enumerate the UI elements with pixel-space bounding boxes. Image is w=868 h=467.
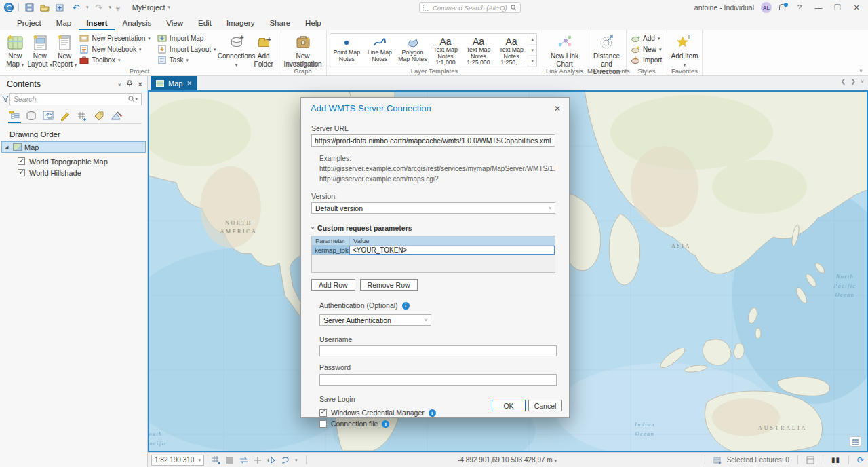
layer-visibility-checkbox[interactable] bbox=[18, 169, 25, 176]
maximize-button[interactable]: ❐ bbox=[831, 3, 844, 12]
avatar[interactable]: AL bbox=[761, 2, 772, 13]
tab-imagery[interactable]: Imagery bbox=[219, 17, 262, 30]
collapse-ribbon-icon[interactable]: ˅ bbox=[859, 68, 863, 74]
dialog-title-bar[interactable]: Add WMTS Server Connection ✕ bbox=[301, 98, 569, 116]
pane-menu-chevron-icon[interactable]: ˅ bbox=[118, 81, 121, 88]
point-map-notes-item[interactable]: Point Map Notes bbox=[330, 34, 363, 67]
layer-row-hillshade[interactable]: World Hillshade bbox=[0, 167, 147, 179]
tab-view[interactable]: View bbox=[159, 17, 191, 30]
redo-icon[interactable]: ↷ bbox=[94, 3, 104, 12]
list-by-labeling-tab[interactable] bbox=[93, 110, 106, 123]
dialog-close-icon[interactable]: ✕ bbox=[554, 104, 561, 113]
parameter-column-header[interactable]: Parameter bbox=[312, 236, 349, 245]
expand-collapse-icon[interactable]: ◢ bbox=[5, 145, 10, 150]
password-input[interactable] bbox=[319, 374, 557, 386]
cancel-button[interactable]: Cancel bbox=[528, 400, 562, 411]
layer-visibility-checkbox[interactable] bbox=[18, 157, 25, 165]
authentication-select[interactable]: Server Authentication ˅ bbox=[319, 314, 431, 326]
list-by-snapping-tab[interactable] bbox=[76, 110, 89, 123]
selected-features-count[interactable]: Selected Features: 0 bbox=[727, 456, 789, 464]
styles-new-button[interactable]: ✦ New▾ bbox=[631, 45, 662, 54]
styles-add-button[interactable]: ＋ Add▾ bbox=[631, 34, 662, 43]
version-select[interactable]: Default version ˅ bbox=[311, 202, 555, 214]
filter-icon[interactable] bbox=[2, 96, 9, 102]
notifications-icon[interactable] bbox=[778, 3, 787, 12]
username-input[interactable] bbox=[319, 345, 557, 356]
lasso-icon[interactable] bbox=[281, 456, 290, 464]
text-map-notes-250000-item[interactable]: Aa Text Map Notes 1:250,... bbox=[495, 34, 528, 67]
add-row-button[interactable]: Add Row bbox=[311, 279, 355, 291]
refresh-icon[interactable]: ⟳ bbox=[857, 455, 864, 465]
undo-icon[interactable]: ↶ bbox=[71, 3, 81, 12]
list-by-editing-tab[interactable] bbox=[59, 110, 72, 123]
flip-icon[interactable] bbox=[267, 456, 276, 464]
add-data-icon[interactable] bbox=[55, 3, 66, 12]
attribute-table-icon[interactable] bbox=[806, 456, 814, 464]
parameter-row[interactable]: kermap_token <YOUR_TOKEN> bbox=[312, 246, 555, 255]
toolbox-button[interactable]: Toolbox▾ bbox=[79, 56, 150, 64]
styles-import-button[interactable]: Import bbox=[631, 56, 662, 64]
import-layout-button[interactable]: Import Layout▾ bbox=[157, 45, 216, 54]
tab-analysis[interactable]: Analysis bbox=[115, 17, 159, 30]
gallery-scrollbar[interactable]: ▲ ▼ ▼ bbox=[528, 34, 536, 67]
text-map-notes-1000-item[interactable]: Aa Text Map Notes 1:1,000 bbox=[429, 34, 462, 67]
crosshair-icon[interactable] bbox=[254, 456, 262, 464]
list-by-data-source-tab[interactable] bbox=[25, 110, 38, 123]
connection-file-checkbox[interactable] bbox=[319, 420, 327, 428]
contents-search-input[interactable]: Search ▾ bbox=[9, 93, 142, 105]
info-icon[interactable]: i bbox=[429, 409, 436, 417]
new-map-button[interactable]: ★ New Map ▾ bbox=[3, 31, 27, 68]
prev-tab-icon[interactable]: ❮ bbox=[841, 78, 846, 85]
next-tab-icon[interactable]: ❯ bbox=[850, 78, 856, 85]
parameter-name-cell[interactable]: kermap_token bbox=[312, 246, 349, 255]
tab-insert[interactable]: Insert bbox=[79, 17, 115, 30]
pause-drawing-icon[interactable]: ▮▮ bbox=[831, 456, 840, 464]
save-project-icon[interactable] bbox=[24, 3, 35, 12]
tab-share[interactable]: Share bbox=[262, 17, 298, 30]
new-presentation-button[interactable]: New Presentation▾ bbox=[79, 34, 150, 43]
text-map-notes-25000-item[interactable]: Aa Text Map Notes 1:25,000 bbox=[462, 34, 495, 67]
task-button[interactable]: Task▾ bbox=[157, 56, 216, 64]
map-message-panel-icon[interactable] bbox=[850, 436, 861, 447]
connections-button[interactable]: + Connections▾ bbox=[222, 31, 252, 68]
search-dropdown-icon[interactable]: ▾ bbox=[135, 96, 138, 102]
tab-project[interactable]: Project bbox=[9, 17, 49, 30]
coordinates-display[interactable]: -4 892 901,69 10 503 428,97 m ▾ bbox=[433, 456, 582, 464]
add-folder-button[interactable]: + Add Folder bbox=[252, 31, 276, 68]
close-tab-icon[interactable]: ✕ bbox=[186, 80, 192, 87]
command-search-input[interactable]: Command Search (Alt+Q) bbox=[419, 2, 521, 13]
info-icon[interactable]: i bbox=[402, 302, 410, 310]
chevron-down-icon[interactable]: ▾ bbox=[295, 457, 298, 463]
ok-button[interactable]: OK bbox=[492, 400, 526, 411]
parameter-value-cell[interactable]: <YOUR_TOKEN> bbox=[349, 246, 555, 255]
server-url-input[interactable] bbox=[311, 134, 555, 147]
tab-help[interactable]: Help bbox=[298, 17, 329, 30]
remove-row-button[interactable]: Remove Row bbox=[360, 279, 418, 291]
list-by-selection-tab[interactable] bbox=[42, 110, 55, 123]
project-title-menu[interactable]: MyProject ▾ bbox=[132, 3, 170, 12]
redo-dropdown-icon[interactable]: ▾ bbox=[109, 5, 112, 10]
tab-edit[interactable]: Edit bbox=[191, 17, 219, 30]
map-tree-item[interactable]: ◢ Map bbox=[1, 141, 146, 153]
pin-icon[interactable] bbox=[127, 80, 132, 88]
import-map-button[interactable]: Import Map bbox=[157, 34, 216, 43]
signed-in-user[interactable]: antoine - Individual bbox=[694, 3, 754, 12]
grid-plus-icon[interactable] bbox=[212, 455, 221, 464]
line-map-notes-item[interactable]: Line Map Notes bbox=[363, 34, 397, 67]
new-notebook-button[interactable]: New Notebook▾ bbox=[79, 45, 150, 54]
new-layout-button[interactable]: ★ New Layout ▾ bbox=[27, 31, 52, 68]
close-button[interactable]: ✕ bbox=[850, 3, 863, 12]
layer-row-topographic[interactable]: World Topographic Map bbox=[0, 155, 147, 167]
tab-map[interactable]: Map bbox=[49, 17, 79, 30]
swatch-icon[interactable] bbox=[226, 456, 234, 464]
polygon-map-notes-item[interactable]: Polygon Map Notes bbox=[396, 34, 429, 67]
map-view-tab[interactable]: Map ✕ bbox=[151, 76, 197, 90]
list-by-drawing-order-tab[interactable] bbox=[8, 110, 21, 123]
windows-credential-manager-checkbox[interactable] bbox=[319, 409, 327, 417]
custom-request-parameters-expander[interactable]: ˅ Custom request parameters bbox=[311, 224, 555, 232]
new-link-chart-button[interactable]: New Link Chart bbox=[545, 31, 584, 68]
minimize-button[interactable]: — bbox=[812, 3, 825, 12]
swap-arrows-icon[interactable] bbox=[239, 456, 249, 464]
new-report-button[interactable]: ★ New Report ▾ bbox=[52, 31, 77, 68]
undo-dropdown-icon[interactable]: ▾ bbox=[86, 5, 89, 10]
